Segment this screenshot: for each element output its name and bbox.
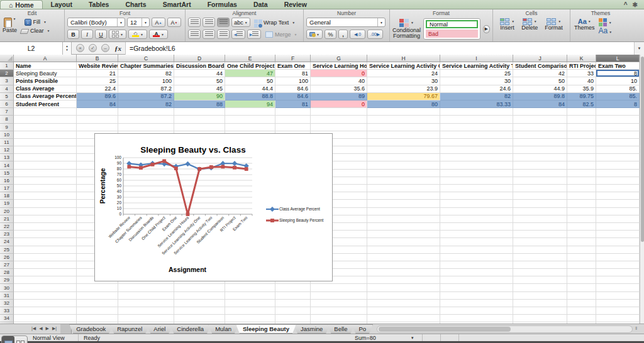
conditional-formatting-dropdown-icon[interactable]: ▼ [411, 21, 414, 24]
row-header-20[interactable]: 20 [0, 208, 14, 215]
theme-fonts-dropdown-icon[interactable]: ▼ [609, 30, 612, 34]
cell-A6[interactable]: Student Percent [14, 101, 77, 108]
row-header-21[interactable]: 21 [0, 215, 14, 223]
cell-H10[interactable] [367, 131, 440, 139]
cell-L33[interactable] [596, 307, 640, 315]
cell-B7[interactable] [77, 108, 118, 116]
cell-L30[interactable] [596, 284, 640, 291]
cell-G3[interactable]: 40 [311, 77, 367, 85]
borders-button[interactable]: ▼ [109, 30, 126, 39]
cell-L18[interactable] [596, 192, 640, 200]
ribbon-tab-tables[interactable]: Tables [80, 0, 117, 9]
cell-J28[interactable] [513, 269, 567, 276]
cell-A13[interactable] [14, 154, 77, 161]
number-format-select[interactable]: General ▼ [306, 18, 386, 27]
cell-E2[interactable]: 47 [225, 70, 275, 77]
cell-B5[interactable]: 89.6 [77, 93, 118, 101]
column-header-F[interactable]: F [275, 55, 311, 62]
cell-J7[interactable] [513, 108, 567, 116]
row-header-15[interactable]: 15 [0, 170, 14, 177]
row-header-1[interactable]: 1 [0, 62, 14, 70]
cell-H12[interactable] [367, 146, 440, 154]
cell-H21[interactable] [367, 215, 440, 223]
format-cells-dropdown-icon[interactable]: ▼ [558, 20, 561, 23]
cell-L11[interactable] [596, 139, 640, 146]
cell-B34[interactable] [77, 315, 118, 322]
cell-F9[interactable] [275, 124, 311, 131]
cell-K12[interactable] [567, 146, 596, 154]
cell-A28[interactable] [14, 269, 77, 276]
cell-L21[interactable] [596, 215, 640, 223]
cell-K33[interactable] [567, 307, 596, 315]
horizontal-scrollbar-thumb[interactable] [379, 327, 511, 332]
cell-B2[interactable]: 21 [77, 70, 118, 77]
cell-F4[interactable]: 84.6 [275, 85, 311, 93]
cell-J16[interactable] [513, 177, 567, 185]
cell-H9[interactable] [367, 124, 440, 131]
cell-K6[interactable]: 82.5 [567, 101, 596, 108]
cell-F33[interactable] [275, 307, 311, 315]
cell-H20[interactable] [367, 208, 440, 215]
conditional-formatting-button[interactable]: ▼ Conditional Formatting [392, 19, 421, 40]
cell-F2[interactable]: 81 [275, 70, 311, 77]
cell-G31[interactable] [311, 292, 367, 300]
cell-H33[interactable] [367, 307, 440, 315]
cell-L23[interactable] [596, 231, 640, 238]
row-header-6[interactable]: 6 [0, 101, 14, 108]
cell-E34[interactable] [225, 315, 275, 322]
cell-K11[interactable] [567, 139, 596, 146]
cell-K16[interactable] [567, 177, 596, 185]
select-all-corner[interactable] [0, 55, 14, 62]
ribbon-tab-review[interactable]: Review [276, 0, 315, 9]
cell-L10[interactable] [596, 131, 640, 139]
cell-L31[interactable] [596, 292, 640, 300]
scrollbar-resize-grip[interactable]: ‖ [635, 324, 644, 331]
cell-I15[interactable] [440, 170, 513, 177]
row-header-16[interactable]: 16 [0, 177, 14, 185]
cell-J12[interactable] [513, 146, 567, 154]
cell-K5[interactable]: 89.75 [567, 93, 596, 101]
cell-J22[interactable] [513, 223, 567, 231]
cell-L19[interactable] [596, 200, 640, 207]
cell-K23[interactable] [567, 231, 596, 238]
cell-B1[interactable]: Website Review [77, 62, 118, 70]
cell-J19[interactable] [513, 200, 567, 207]
themes-dropdown-icon[interactable]: ▼ [588, 20, 591, 23]
cell-A22[interactable] [14, 223, 77, 231]
cell-A26[interactable] [14, 254, 77, 261]
cell-E31[interactable] [225, 292, 275, 300]
cell-K31[interactable] [567, 292, 596, 300]
cell-C9[interactable] [118, 124, 174, 131]
cell-C33[interactable] [118, 307, 174, 315]
align-right-button[interactable] [217, 30, 230, 39]
cell-E3[interactable]: 50 [225, 77, 275, 85]
cell-B9[interactable] [77, 124, 118, 131]
cell-F31[interactable] [275, 292, 311, 300]
last-sheet-icon[interactable]: ▶| [52, 326, 57, 331]
cell-D9[interactable] [174, 124, 225, 131]
cell-A34[interactable] [14, 315, 77, 322]
cell-I14[interactable] [440, 161, 513, 169]
cell-G2[interactable]: 0 [311, 70, 367, 77]
fill-dropdown-icon[interactable]: ▼ [43, 21, 47, 24]
cell-A31[interactable] [14, 292, 77, 300]
cell-I31[interactable] [440, 292, 513, 300]
cell-J14[interactable] [513, 161, 567, 169]
cell-D31[interactable] [174, 292, 225, 300]
cell-A32[interactable] [14, 300, 77, 307]
cell-L12[interactable] [596, 146, 640, 154]
cell-A17[interactable] [14, 185, 77, 192]
cell-A23[interactable] [14, 231, 77, 238]
cell-E8[interactable] [225, 116, 275, 123]
cell-L5[interactable]: 85. [596, 93, 640, 101]
cell-C1[interactable]: Chapter Summaries [118, 62, 174, 70]
cell-K15[interactable] [567, 170, 596, 177]
cell-J26[interactable] [513, 254, 567, 261]
cell-I27[interactable] [440, 261, 513, 269]
cell-L2[interactable]: 8 [596, 70, 640, 77]
first-sheet-icon[interactable]: |◀ [31, 326, 36, 331]
cell-J33[interactable] [513, 307, 567, 315]
delete-cells-button[interactable]: ▼ Delete [521, 18, 538, 31]
cell-H26[interactable] [367, 254, 440, 261]
orientation-button[interactable]: abc ▼ [231, 18, 250, 27]
